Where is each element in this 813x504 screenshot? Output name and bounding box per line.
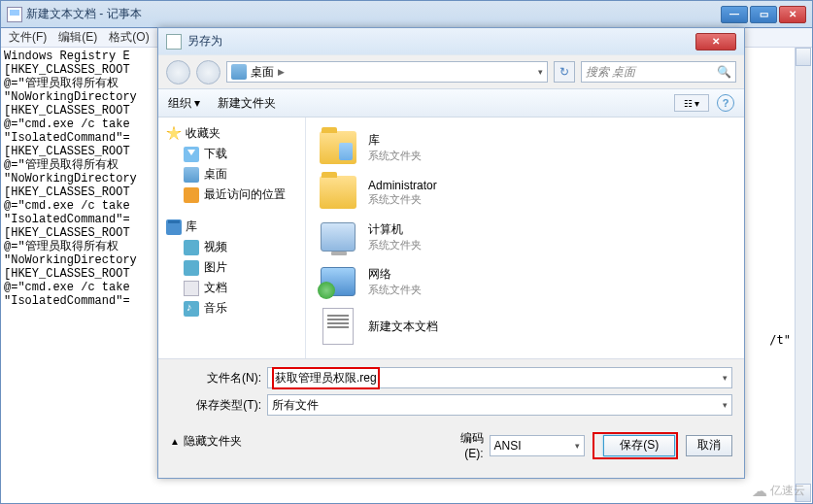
breadcrumb-dropdown-icon[interactable]: ▾ (538, 67, 543, 77)
sidebar-item-desktop[interactable]: 桌面 (162, 164, 301, 185)
trailing-text: /t" (769, 333, 791, 347)
maximize-button[interactable]: ▭ (750, 6, 777, 23)
toolbar: 组织 ▾ 新建文件夹 ☷ ▾ ? (158, 88, 744, 118)
chevron-up-icon: ▲ (170, 436, 180, 447)
nav-back-button[interactable] (166, 60, 190, 84)
sidebar-item-downloads[interactable]: 下载 (162, 144, 301, 164)
view-options-button[interactable]: ☷ ▾ (674, 94, 709, 112)
computer-icon (321, 222, 356, 252)
recent-icon (184, 187, 199, 203)
library-icon (166, 219, 182, 235)
filename-label: 文件名(N): (170, 370, 267, 386)
sidebar-libraries-header[interactable]: 库 (162, 217, 301, 237)
new-folder-button[interactable]: 新建文件夹 (218, 95, 276, 112)
file-list[interactable]: 库系统文件夹 Administrator系统文件夹 计算机系统文件夹 网络系统文… (306, 118, 744, 358)
dialog-icon (166, 34, 182, 50)
minimize-button[interactable]: — (721, 6, 748, 23)
save-button[interactable]: 保存(S) (603, 435, 675, 456)
picture-icon (184, 260, 199, 276)
nav-area: 桌面 ▶ ▾ ↻ 搜索 桌面 🔍 (158, 55, 744, 88)
watermark: ☁ 亿速云 (752, 482, 805, 500)
music-icon (184, 301, 199, 317)
list-item[interactable]: Administrator系统文件夹 (314, 170, 736, 215)
sidebar-item-recent[interactable]: 最近访问的位置 (162, 185, 301, 205)
dialog-close-button[interactable]: ✕ (695, 33, 736, 50)
user-folder-icon (320, 176, 356, 209)
dropdown-icon[interactable]: ▾ (723, 373, 728, 383)
notepad-scrollbar[interactable] (795, 48, 811, 502)
document-icon (184, 281, 199, 296)
download-icon (184, 147, 199, 162)
encoding-label: 编码(E): (442, 430, 490, 460)
save-button-highlight: 保存(S) (593, 432, 678, 459)
sidebar-item-pictures[interactable]: 图片 (162, 257, 301, 278)
menu-format[interactable]: 格式(O) (109, 29, 149, 46)
refresh-button[interactable]: ↻ (554, 61, 575, 83)
notepad-title: 新建文本文档 - 记事本 (26, 6, 142, 22)
filetype-select[interactable]: 所有文件 ▾ (267, 394, 732, 416)
menu-edit[interactable]: 编辑(E) (58, 29, 97, 46)
notepad-icon (7, 7, 22, 22)
dropdown-icon[interactable]: ▾ (575, 441, 580, 451)
dialog-title: 另存为 (187, 33, 222, 50)
sidebar-favorites-header[interactable]: 收藏夹 (162, 123, 301, 144)
star-icon (166, 126, 182, 142)
filename-input[interactable]: 获取管理员权限.reg ▾ (267, 367, 732, 388)
save-as-dialog: 另存为 ✕ 桌面 ▶ ▾ ↻ 搜索 桌面 🔍 组织 ▾ 新建文件夹 ☷ ▾ ? … (157, 27, 745, 479)
organize-menu[interactable]: 组织 ▾ (168, 95, 200, 112)
list-item[interactable]: 网络系统文件夹 (314, 259, 736, 304)
search-input[interactable]: 搜索 桌面 🔍 (581, 61, 736, 83)
sidebar-item-music[interactable]: 音乐 (162, 298, 301, 319)
chevron-right-icon: ▶ (278, 67, 285, 77)
list-item[interactable]: 计算机系统文件夹 (314, 215, 736, 259)
network-icon (321, 267, 356, 296)
library-folder-icon (320, 131, 356, 164)
breadcrumb-location: 桌面 (251, 64, 274, 81)
dialog-bottom: 文件名(N): 获取管理员权限.reg ▾ 保存类型(T): 所有文件 ▾ ▲ … (158, 358, 744, 470)
notepad-titlebar[interactable]: 新建文本文档 - 记事本 — ▭ ✕ (1, 1, 812, 28)
cloud-icon: ☁ (752, 482, 767, 500)
search-icon: 🔍 (717, 65, 731, 79)
search-placeholder: 搜索 桌面 (586, 64, 635, 81)
encoding-select[interactable]: ANSI ▾ (490, 435, 586, 456)
sidebar-item-documents[interactable]: 文档 (162, 278, 301, 298)
dropdown-icon[interactable]: ▾ (723, 400, 728, 410)
filetype-label: 保存类型(T): (170, 397, 267, 414)
menu-file[interactable]: 文件(F) (9, 29, 47, 46)
close-button[interactable]: ✕ (779, 6, 806, 23)
list-item[interactable]: 库系统文件夹 (314, 125, 736, 170)
sidebar: 收藏夹 下载 桌面 最近访问的位置 库 视频 图片 文档 音乐 (158, 118, 306, 358)
text-file-icon (322, 308, 354, 345)
nav-forward-button[interactable] (196, 60, 220, 84)
video-icon (184, 240, 199, 255)
sidebar-item-videos[interactable]: 视频 (162, 237, 301, 257)
desktop-icon (184, 167, 199, 183)
filename-highlight: 获取管理员权限.reg (272, 367, 380, 389)
cancel-button[interactable]: 取消 (686, 435, 732, 456)
desktop-icon (231, 64, 247, 80)
dialog-titlebar[interactable]: 另存为 ✕ (158, 28, 744, 55)
help-icon[interactable]: ? (717, 94, 734, 112)
list-item[interactable]: 新建文本文档 (314, 304, 736, 349)
breadcrumb[interactable]: 桌面 ▶ ▾ (226, 61, 548, 83)
